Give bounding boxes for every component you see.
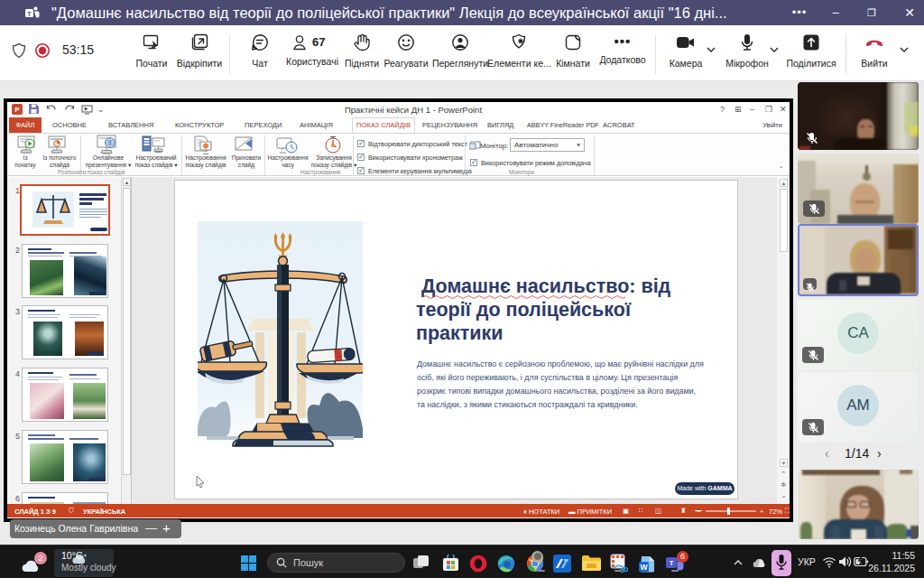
svg-text:W: W: [640, 563, 648, 572]
svg-text:T: T: [27, 11, 32, 17]
svg-text:P: P: [14, 106, 20, 114]
svg-text:T: T: [670, 559, 674, 567]
